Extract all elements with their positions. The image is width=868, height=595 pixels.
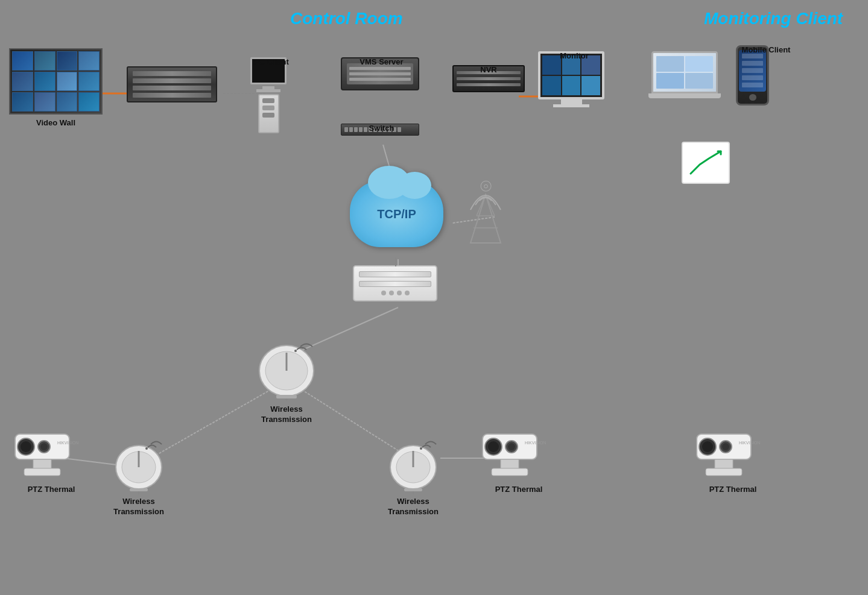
ptz-thermal-left-icon: HIKVISION [9, 422, 93, 482]
growth-chart-device [682, 142, 730, 184]
ptz-thermal-center-icon: HIKVISION [477, 422, 561, 482]
video-wall-device: Video Wall [9, 48, 103, 115]
svg-rect-57 [706, 468, 742, 476]
svg-point-25 [21, 441, 31, 452]
svg-point-27 [40, 443, 48, 450]
ptz-thermal-right-icon: HIKVISION [691, 422, 775, 482]
mobile-client-device: Mobile Client [736, 45, 769, 105]
svg-text:HIKVISION: HIKVISION [525, 441, 546, 445]
wireless-left-label: WirelessTransmission [109, 497, 169, 517]
controller-icon [127, 66, 217, 102]
controller-device: Controller [127, 66, 217, 102]
svg-rect-41 [404, 488, 422, 491]
wireless-left-icon [109, 434, 169, 494]
monitor-label: Monitor [538, 51, 610, 60]
pc-client-device: PC Client [250, 57, 287, 133]
nvr-device: NVR [452, 65, 525, 92]
svg-rect-28 [33, 459, 51, 468]
tcp-ip-device: TCP/IP [350, 181, 443, 247]
pc-client-label: PC Client [247, 57, 296, 66]
ptz-thermal-center-device: HIKVISION PTZ Thermal [477, 422, 561, 494]
wireless-right-label: WirelessTransmission [383, 497, 443, 517]
svg-rect-49 [492, 468, 528, 476]
ptz-thermal-center-label: PTZ Thermal [477, 485, 561, 494]
svg-rect-35 [130, 488, 148, 491]
ptz-thermal-left-label: PTZ Thermal [9, 485, 93, 494]
tcp-ip-icon: TCP/IP [350, 181, 443, 247]
laptop-icon [648, 51, 721, 99]
svg-point-55 [722, 443, 729, 450]
control-room-title: Control Room [290, 9, 403, 28]
svg-rect-48 [501, 459, 519, 468]
network-switch-device [353, 265, 437, 301]
svg-point-42 [420, 447, 422, 450]
switch-device: Switch [341, 124, 419, 136]
tcp-ip-text: TCP/IP [377, 207, 416, 221]
mobile-client-label: Mobile Client [736, 45, 796, 54]
wireless-left-device: WirelessTransmission [109, 434, 169, 517]
svg-point-47 [508, 443, 515, 450]
svg-point-22 [294, 350, 297, 352]
wireless-right-icon [383, 434, 443, 494]
svg-point-36 [145, 447, 148, 450]
switch-label: Switch [341, 124, 422, 133]
svg-text:HIKVISION: HIKVISION [57, 441, 78, 445]
vms-server-device: VMS Server [341, 57, 419, 90]
ptz-thermal-right-device: HIKVISION PTZ Thermal [691, 422, 775, 494]
wireless-tower-icon: ⦾ [464, 178, 507, 246]
wireless-transmission-top-device: WirelessTransmission [253, 335, 320, 425]
video-wall-icon [9, 48, 103, 115]
svg-text:HIKVISION: HIKVISION [739, 441, 760, 445]
video-wall-label: Video Wall [9, 118, 103, 127]
svg-rect-56 [715, 459, 733, 468]
wireless-right-device: WirelessTransmission [383, 434, 443, 517]
chart-svg [688, 146, 724, 180]
mobile-phone-icon [736, 45, 769, 105]
monitoring-client-title: Monitoring Client [704, 9, 843, 28]
svg-rect-29 [24, 468, 60, 476]
ptz-thermal-left-device: HIKVISION PTZ Thermal [9, 422, 93, 494]
remote-client-device: Remote Client [648, 51, 721, 99]
svg-point-53 [702, 441, 713, 452]
wireless-transmission-top-label: WirelessTransmission [253, 405, 320, 425]
svg-rect-21 [276, 395, 297, 398]
wireless-dish-top-icon [253, 335, 320, 403]
wireless-tower-device: ⦾ [464, 178, 507, 246]
nvr-label: NVR [452, 65, 525, 74]
ptz-thermal-right-label: PTZ Thermal [691, 485, 775, 494]
network-switch-icon [353, 265, 437, 301]
tower-svg [464, 192, 507, 246]
main-container: Control Room Monitoring Client Video Wal… [0, 0, 868, 595]
monitor-device: Monitor [538, 51, 604, 107]
growth-chart-icon [682, 142, 730, 184]
svg-point-45 [488, 441, 499, 452]
vms-server-label: VMS Server [341, 57, 422, 66]
